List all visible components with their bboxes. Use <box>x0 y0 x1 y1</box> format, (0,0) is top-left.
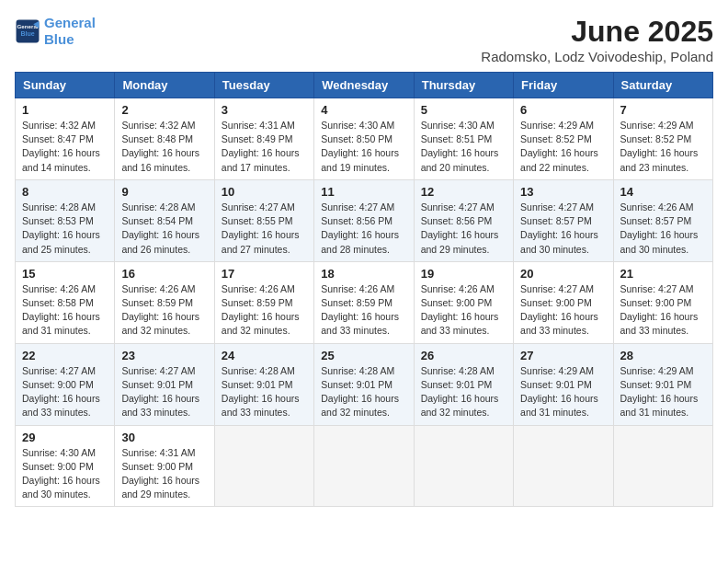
daylight-label: Daylight: 16 hours and 25 minutes. <box>22 229 100 254</box>
day-number: 24 <box>222 349 307 362</box>
calendar-day-cell: 4 Sunrise: 4:30 AM Sunset: 8:50 PM Dayli… <box>314 98 414 180</box>
sunset-label: Sunset: 9:00 PM <box>620 297 692 308</box>
day-number: 25 <box>321 349 406 362</box>
sunset-label: Sunset: 9:01 PM <box>321 379 392 390</box>
sunset-label: Sunset: 8:53 PM <box>22 215 94 226</box>
day-number: 22 <box>22 349 108 362</box>
daylight-label: Daylight: 16 hours and 32 minutes. <box>121 311 199 336</box>
sunrise-label: Sunrise: 4:27 AM <box>421 201 495 213</box>
day-number: 7 <box>620 103 706 117</box>
sunrise-label: Sunrise: 4:27 AM <box>121 365 195 376</box>
sunset-label: Sunset: 9:00 PM <box>22 379 94 390</box>
sunrise-label: Sunrise: 4:28 AM <box>22 201 96 213</box>
day-number: 8 <box>22 185 108 199</box>
sunrise-label: Sunrise: 4:31 AM <box>222 120 295 131</box>
day-info: Sunrise: 4:26 AM Sunset: 8:59 PM Dayligh… <box>121 282 207 339</box>
day-number: 30 <box>121 431 207 444</box>
day-number: 13 <box>520 185 606 199</box>
day-info: Sunrise: 4:28 AM Sunset: 8:53 PM Dayligh… <box>22 201 108 257</box>
daylight-label: Daylight: 16 hours and 33 minutes. <box>520 311 598 336</box>
daylight-label: Daylight: 16 hours and 33 minutes. <box>421 311 499 336</box>
sunrise-label: Sunrise: 4:27 AM <box>620 283 694 294</box>
calendar-day-cell: 17 Sunrise: 4:26 AM Sunset: 8:59 PM Dayl… <box>214 261 313 343</box>
daylight-label: Daylight: 16 hours and 30 minutes. <box>520 229 598 254</box>
sunrise-label: Sunrise: 4:30 AM <box>421 120 495 131</box>
sunrise-label: Sunrise: 4:27 AM <box>520 283 594 294</box>
day-number: 20 <box>520 267 606 281</box>
day-info: Sunrise: 4:27 AM Sunset: 8:56 PM Dayligh… <box>421 201 506 257</box>
day-number: 19 <box>421 267 506 281</box>
calendar-day-cell: 3 Sunrise: 4:31 AM Sunset: 8:49 PM Dayli… <box>214 98 313 180</box>
sunset-label: Sunset: 8:47 PM <box>22 133 94 144</box>
sunrise-label: Sunrise: 4:27 AM <box>321 201 394 213</box>
weekday-header: Tuesday <box>214 73 313 98</box>
day-number: 11 <box>321 185 406 199</box>
month-title: June 2025 <box>481 15 713 49</box>
sunrise-label: Sunrise: 4:32 AM <box>121 120 195 131</box>
sunrise-label: Sunrise: 4:27 AM <box>520 201 594 213</box>
daylight-label: Daylight: 16 hours and 30 minutes. <box>620 229 699 254</box>
sunset-label: Sunset: 8:54 PM <box>121 215 193 226</box>
day-info: Sunrise: 4:27 AM Sunset: 8:55 PM Dayligh… <box>222 201 307 257</box>
svg-text:Blue: Blue <box>20 30 34 37</box>
sunset-label: Sunset: 9:00 PM <box>22 461 94 472</box>
weekday-header: Thursday <box>414 73 513 98</box>
sunset-label: Sunset: 9:01 PM <box>121 379 193 390</box>
calendar-day-cell: 16 Sunrise: 4:26 AM Sunset: 8:59 PM Dayl… <box>115 261 214 343</box>
calendar-day-cell: 30 Sunrise: 4:31 AM Sunset: 9:00 PM Dayl… <box>115 425 214 507</box>
daylight-label: Daylight: 16 hours and 33 minutes. <box>620 311 699 336</box>
weekday-header: Sunday <box>16 73 115 98</box>
sunrise-label: Sunrise: 4:27 AM <box>22 365 96 376</box>
sunset-label: Sunset: 9:00 PM <box>520 297 592 308</box>
day-info: Sunrise: 4:28 AM Sunset: 9:01 PM Dayligh… <box>222 364 307 420</box>
calendar-week-row: 29 Sunrise: 4:30 AM Sunset: 9:00 PM Dayl… <box>16 425 713 507</box>
calendar-day-cell <box>214 425 313 507</box>
day-number: 27 <box>520 349 606 362</box>
day-number: 1 <box>22 103 108 117</box>
sunset-label: Sunset: 8:58 PM <box>22 297 94 308</box>
daylight-label: Daylight: 16 hours and 16 minutes. <box>121 147 199 172</box>
sunset-label: Sunset: 8:56 PM <box>421 215 493 226</box>
day-number: 6 <box>520 103 606 117</box>
calendar-day-cell: 7 Sunrise: 4:29 AM Sunset: 8:52 PM Dayli… <box>613 98 712 180</box>
day-number: 17 <box>222 267 307 281</box>
day-info: Sunrise: 4:27 AM Sunset: 8:57 PM Dayligh… <box>520 201 606 257</box>
title-block: June 2025 Radomsko, Lodz Voivodeship, Po… <box>481 15 713 64</box>
calendar-day-cell <box>414 425 513 507</box>
day-info: Sunrise: 4:30 AM Sunset: 9:00 PM Dayligh… <box>22 446 108 502</box>
day-number: 14 <box>620 185 706 199</box>
sunrise-label: Sunrise: 4:28 AM <box>222 365 295 376</box>
day-number: 5 <box>421 103 506 117</box>
day-number: 12 <box>421 185 506 199</box>
calendar-day-cell: 6 Sunrise: 4:29 AM Sunset: 8:52 PM Dayli… <box>514 98 613 180</box>
day-info: Sunrise: 4:26 AM Sunset: 8:58 PM Dayligh… <box>22 282 108 339</box>
daylight-label: Daylight: 16 hours and 33 minutes. <box>222 393 300 418</box>
daylight-label: Daylight: 16 hours and 27 minutes. <box>222 229 300 254</box>
sunrise-label: Sunrise: 4:29 AM <box>620 120 694 131</box>
sunset-label: Sunset: 9:01 PM <box>620 379 692 390</box>
day-number: 18 <box>321 267 406 281</box>
calendar-day-cell <box>314 425 414 507</box>
sunrise-label: Sunrise: 4:26 AM <box>222 283 295 294</box>
daylight-label: Daylight: 16 hours and 31 minutes. <box>520 393 598 418</box>
sunrise-label: Sunrise: 4:28 AM <box>321 365 394 376</box>
page-header: General Blue GeneralBlue June 2025 Radom… <box>15 15 713 64</box>
sunset-label: Sunset: 9:01 PM <box>222 379 293 390</box>
day-number: 23 <box>121 349 207 362</box>
calendar-day-cell: 26 Sunrise: 4:28 AM Sunset: 9:01 PM Dayl… <box>414 343 513 425</box>
sunset-label: Sunset: 8:55 PM <box>222 215 293 226</box>
calendar-table: SundayMondayTuesdayWednesdayThursdayFrid… <box>15 72 713 507</box>
sunrise-label: Sunrise: 4:31 AM <box>121 447 195 458</box>
sunrise-label: Sunrise: 4:26 AM <box>121 283 195 294</box>
sunset-label: Sunset: 9:01 PM <box>421 379 493 390</box>
day-number: 2 <box>121 103 207 117</box>
sunrise-label: Sunrise: 4:27 AM <box>222 201 295 213</box>
sunrise-label: Sunrise: 4:29 AM <box>520 120 594 131</box>
daylight-label: Daylight: 16 hours and 32 minutes. <box>421 393 499 418</box>
sunset-label: Sunset: 9:00 PM <box>421 297 493 308</box>
calendar-day-cell: 10 Sunrise: 4:27 AM Sunset: 8:55 PM Dayl… <box>214 179 313 261</box>
calendar-day-cell: 18 Sunrise: 4:26 AM Sunset: 8:59 PM Dayl… <box>314 261 414 343</box>
sunrise-label: Sunrise: 4:29 AM <box>620 365 694 376</box>
day-number: 28 <box>620 349 706 362</box>
location: Radomsko, Lodz Voivodeship, Poland <box>481 49 713 64</box>
